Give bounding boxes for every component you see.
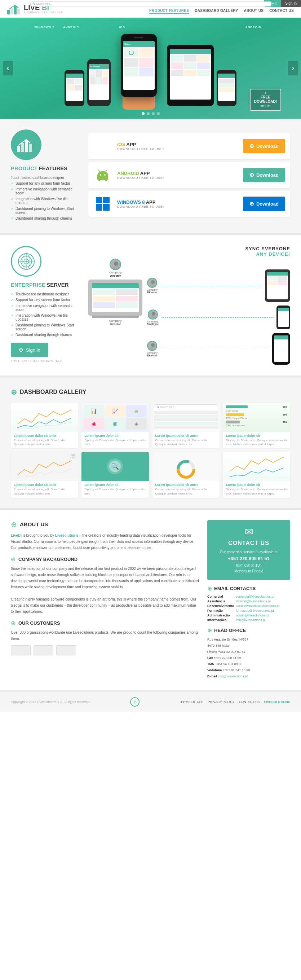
contact-description: Our comercial service is available at +3… [213,549,284,574]
device-medium-left: Dashboard [87,59,111,106]
svg-point-33 [151,344,155,347]
footer-link-contact[interactable]: CONTACT US [239,700,260,704]
android-info: ANDROID APP DOWNLOAD FREE TO USE! [117,170,238,180]
svg-point-34 [150,347,156,351]
hero-dot-4[interactable] [157,112,160,115]
gallery-thumb-2: 📊 📈 ⊕ ◉ ▣ ◈ [81,403,149,432]
ent-feature-6: ✓Dashboard sharing through charms [11,333,79,337]
hero-arrow-right[interactable]: › [288,61,298,75]
svg-rect-10 [98,178,100,181]
head-office-block: ⊕ HEAD OFFICE Rua Augusto Simões, Nº527 … [207,627,290,680]
sync-text: SYNC EVERYONE ANY DEVICE! [246,246,290,257]
device-small-left-1 [65,70,84,106]
hero-dot-3[interactable] [152,112,155,115]
about-left: ⊕ ABOUT US LiveBI is brought to you by L… [11,520,200,679]
svg-line-14 [98,170,100,172]
label-android-right: ANDROID [246,25,261,29]
svg-point-28 [112,266,120,270]
footer-link-privacy[interactable]: PRIVACY POLICY [208,700,234,704]
sign-in-button[interactable]: Sign-In [281,0,301,7]
gallery-caption-7: Lorem ipsum dolor sit amet Consectetuer … [152,481,220,497]
nav-contact-us[interactable]: CONTACT US [269,9,294,14]
feature-item-4: ✓Integration with Windows live tile upda… [11,197,79,205]
label-ios: iOS [119,25,125,29]
email-item-desenvolvimento: Desenvolvimento desenvolvimento@livesolu… [207,604,290,608]
gallery-item-7[interactable]: 🔍 Search here... Lorem ipsum dolor sit a… [152,452,220,497]
feature-item-5: ✓Dashboard pinning to Windows Start scre… [11,207,79,215]
gallery-thumb-3: 🔍 Search here... [152,403,220,432]
email-item-assistencia: Assistência tecnico@livesolutions.pt [207,600,290,603]
footer: Copyright © 2013 Livesolutions S.A. All … [0,692,301,712]
email-icon: ⊕ [207,585,212,592]
svg-rect-2 [14,6,17,14]
gallery-item-6[interactable]: 🔍 Lorem ipsum dolor sit Dipcing sit. Don… [81,452,149,497]
ent-feature-3: ✓Immersive navigation with semantic zoom [11,304,79,312]
label-android-left: ANDROID [63,25,79,29]
nav-about-us[interactable]: ABOUT US [244,9,264,14]
diagram-tablet [265,269,290,302]
try-it-text: TRY IT! [254,105,277,108]
svg-rect-0 [7,10,10,14]
svg-rect-7 [29,144,32,152]
about-section: ⊕ ABOUT US LiveBI is brought to you by L… [0,510,301,690]
ios-download-button[interactable]: ⊕ Download [243,139,285,153]
gallery-caption-1: Lorem ipsum dolor sit amet Consectetuer … [11,432,78,448]
hero-dots [142,112,160,115]
footer-up-button[interactable]: ↑ [130,697,139,706]
gallery-caption-4: Lorem ipsum dolor sit Dipcing sit. Donec… [223,432,290,448]
gallery-item-5[interactable]: 300200 Lorem ipsum dolor sit amet Consec… [11,452,78,497]
gallery-caption-5: Lorem ipsum dolor sit amet Consectetuer … [11,481,78,497]
windows-info: WINDOWS 8 APP DOWNLOAD FREE TO USE! [117,199,238,208]
svg-point-13 [104,174,106,176]
ios-icon [93,137,112,156]
try-free-text: TRY IT FOR FREE! 30 DAYS TRIAL [11,359,79,363]
gallery-title: ⊕ DASHBOARD GALLERY [11,388,290,396]
about-title-icon: ⊕ [11,520,17,529]
gallery-item-2[interactable]: 📊 📈 ⊕ ◉ ▣ ◈ Lorem ipsum dolor sit Dipcin… [81,403,149,448]
gallery-item-4[interactable]: 567 81% Clicks 507 72% Unique Clicks 457… [223,403,290,448]
label-windows8: WINDOWS 8 [34,25,54,29]
windows-download-button[interactable]: ⊕ Download [243,197,285,211]
svg-rect-19 [103,204,109,211]
hero-arrow-left[interactable]: ‹ [3,61,13,75]
gallery-item-8[interactable]: Lorem ipsum dolor sit Dipcing sit. Donec… [223,452,290,497]
enterprise-diagram: Company Director [88,259,290,365]
gallery-item-3[interactable]: 🔍 Search here... Lorem ipsum dolor sit a… [152,403,220,448]
enterprise-title: ENTERPRISE SERVER [11,282,79,288]
product-features-section: PRODUCT FEATURES Touch-based dashboard d… [0,119,301,233]
diagram-laptop-block: Company Director [88,259,143,326]
enterprise-left: ENTERPRISE SERVER ✓Touch-based dashboard… [11,246,79,365]
gallery-thumb-6: 🔍 [81,452,149,481]
nav-product-features[interactable]: PRODUCT FEATURES [149,9,189,14]
customer-logo-2 [33,645,53,655]
enterprise-icon-circle [11,246,41,277]
email-item-formacao: Formação formacao@livesolutions.pt [207,609,290,612]
ent-feature-4: ✓Integration with Windows live tile upda… [11,313,79,321]
free-download-badge[interactable]: ⬇ FREEDOWNLOAD! TRY IT! [250,89,281,111]
office-icon: ⊕ [207,627,212,634]
contact-box-icon: ✉ [213,526,284,538]
hero-devices: Dashboard Supr... [65,27,236,110]
svg-rect-17 [103,197,109,203]
main-nav: PRODUCT FEATURES DASHBOARD GALLERY ABOUT… [149,9,294,14]
footer-link-terms[interactable]: TERMS OF USE [179,700,204,704]
ent-feature-1: ✓Touch-based dashboard designer [11,292,79,296]
nav-dashboard-gallery[interactable]: DASHBOARD GALLERY [195,9,238,14]
company-bg-icon: ⊕ [11,556,16,563]
our-customers-title: ⊕ OUR CUSTOMERS [11,620,200,627]
contact-us-box: ✉ CONTACT US Our comercial service is av… [207,520,290,580]
android-download-button[interactable]: ⊕ Download [243,168,285,182]
gallery-grid-row2: 300200 Lorem ipsum dolor sit amet Consec… [11,452,290,497]
diagram-phone-lg [272,333,290,365]
gallery-caption-6: Lorem ipsum dolor sit Dipcing sit. Donec… [81,481,149,497]
gallery-item-1[interactable]: Lorem ipsum dolor sit amet Consectetuer … [11,403,78,448]
hero-dot-1[interactable] [142,112,144,115]
svg-rect-5 [21,143,24,152]
svg-rect-3 [17,9,20,14]
hero-dot-2[interactable] [147,112,150,115]
enterprise-signin-button[interactable]: ⊕ Sign in [11,343,48,357]
contact-right: ✉ CONTACT US Our comercial service is av… [207,520,290,679]
free-download-text: FREEDOWNLOAD! [254,95,277,104]
footer-link-livesolutions[interactable]: LIVESOLUTIONS [264,700,290,704]
email-item-info: Informações info@livesolutions.pt [207,618,290,622]
